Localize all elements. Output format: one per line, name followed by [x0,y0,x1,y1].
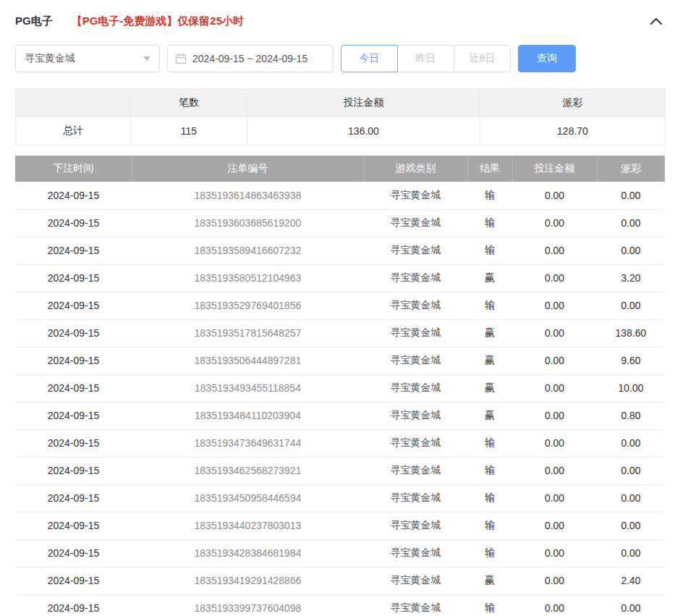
table-cell: 输 [467,292,512,319]
table-cell: 寻宝黄金城 [364,429,467,457]
table-cell: 输 [467,237,512,264]
table-cell: 0.00 [512,457,597,484]
table-cell: 1835193603685619200 [132,209,364,237]
table-cell: 1835193419291428866 [132,567,364,594]
table-cell: 寻宝黄金城 [364,484,467,512]
table-cell: 0.00 [512,567,597,594]
table-cell: 1835193484110203904 [132,402,364,429]
range-button-last8days[interactable]: 近8日 [454,45,511,72]
table-cell: 1835193473649631744 [132,429,364,457]
table-cell: 输 [467,539,512,567]
table-cell: 寻宝黄金城 [364,209,467,237]
table-cell: 3.20 [597,264,665,292]
panel: PG电子 【PG电子-免费游戏】仅保留25小时 寻宝黄金城 2024-09-15… [0,0,680,616]
summary-header-row: 笔数 投注金额 派彩 [16,89,666,117]
table-cell: 0.00 [512,594,597,616]
table-cell: 0.00 [597,539,665,567]
table-cell: 0.00 [512,319,597,347]
summary-header-count: 笔数 [131,89,247,117]
table-row: 2024-09-151835193529769401856寻宝黄金城输0.000… [15,292,665,319]
table-cell: 寻宝黄金城 [364,182,467,209]
table-cell: 0.00 [512,237,597,264]
table-cell: 0.00 [597,429,665,457]
range-button-yesterday[interactable]: 昨日 [397,45,454,72]
summary-table: 笔数 投注金额 派彩 总计 115 136.00 128.70 [15,88,666,145]
quick-range-group: 今日 昨日 近8日 [341,45,511,72]
table-cell: 1835193440237803013 [132,512,364,539]
table-cell: 寻宝黄金城 [364,292,467,319]
summary-header-bet-amount: 投注金额 [247,89,480,117]
table-cell: 0.00 [597,182,665,209]
search-button[interactable]: 查询 [518,45,576,72]
summary-header-empty [16,89,131,117]
table-cell: 9.60 [597,347,665,374]
table-cell: 0.80 [597,402,665,429]
table-cell: 1835193580512104963 [132,264,364,292]
table-cell: 2024-09-15 [15,594,132,616]
collapse-button[interactable] [647,12,665,30]
table-row: 2024-09-151835193614863463938寻宝黄金城输0.000… [15,182,665,209]
table-cell: 1835193462568273921 [132,457,364,484]
table-cell: 0.00 [512,484,597,512]
table-cell: 0.00 [597,457,665,484]
table-cell: 2024-09-15 [15,512,132,539]
table-row: 2024-09-151835193580512104963寻宝黄金城赢0.003… [15,264,665,292]
table-cell: 寻宝黄金城 [364,264,467,292]
table-cell: 寻宝黄金城 [364,457,467,484]
table-cell: 赢 [467,264,512,292]
column-header-1: 注单编号 [132,156,364,182]
table-cell: 输 [467,457,512,484]
table-row: 2024-09-151835193506444897281寻宝黄金城赢0.009… [15,347,665,374]
table-cell: 赢 [467,319,512,347]
table-cell: 输 [467,429,512,457]
calendar-icon [175,53,187,64]
table-cell: 0.00 [597,292,665,319]
table-row: 2024-09-151835193517815648257寻宝黄金城赢0.001… [15,319,665,347]
column-header-4: 投注金额 [512,156,597,182]
table-cell: 0.00 [512,374,597,402]
table-cell: 寻宝黄金城 [364,594,467,616]
table-cell: 1835193589416607232 [132,237,364,264]
date-range-input[interactable]: 2024-09-15 ~ 2024-09-15 [167,45,333,72]
table-row: 2024-09-151835193419291428866寻宝黄金城赢0.002… [15,567,665,594]
table-cell: 寻宝黄金城 [364,567,467,594]
table-cell: 0.00 [512,209,597,237]
table-cell: 输 [467,484,512,512]
summary-total-row: 总计 115 136.00 128.70 [16,117,666,145]
range-button-today[interactable]: 今日 [341,45,398,72]
date-range-value: 2024-09-15 ~ 2024-09-15 [192,53,307,64]
table-cell: 2024-09-15 [15,457,132,484]
table-cell: 0.00 [597,209,665,237]
table-cell: 2024-09-15 [15,319,132,347]
table-row: 2024-09-151835193440237803013寻宝黄金城输0.000… [15,512,665,539]
summary-total-label: 总计 [16,117,131,145]
table-cell: 1835193529769401856 [132,292,364,319]
table-cell: 2024-09-15 [15,182,132,209]
summary-total-payout: 128.70 [480,117,666,145]
table-cell: 1835193517815648257 [132,319,364,347]
table-cell: 2024-09-15 [15,237,132,264]
table-cell: 2024-09-15 [15,292,132,319]
game-select-value: 寻宝黄金城 [25,52,75,65]
summary-header-payout: 派彩 [480,89,666,117]
table-cell: 0.00 [597,484,665,512]
table-cell: 2024-09-15 [15,402,132,429]
table-cell: 输 [467,182,512,209]
table-row: 2024-09-151835193603685619200寻宝黄金城输0.000… [15,209,665,237]
summary-total-bet-amount: 136.00 [247,117,480,145]
table-cell: 寻宝黄金城 [364,402,467,429]
table-cell: 输 [467,594,512,616]
table-cell: 寻宝黄金城 [364,347,467,374]
table-cell: 1835193428384681984 [132,539,364,567]
game-select[interactable]: 寻宝黄金城 [15,45,160,72]
table-cell: 2024-09-15 [15,429,132,457]
table-cell: 赢 [467,567,512,594]
table-cell: 0.00 [597,594,665,616]
table-row: 2024-09-151835193493455118854寻宝黄金城赢0.001… [15,374,665,402]
table-cell: 1835193506444897281 [132,347,364,374]
notice-text: 【PG电子-免费游戏】仅保留25小时 [72,14,244,28]
table-cell: 赢 [467,402,512,429]
table-cell: 10.00 [597,374,665,402]
table-cell: 2024-09-15 [15,374,132,402]
records-header-row: 下注时间注单编号游戏类别结果投注金额派彩 [15,156,665,182]
